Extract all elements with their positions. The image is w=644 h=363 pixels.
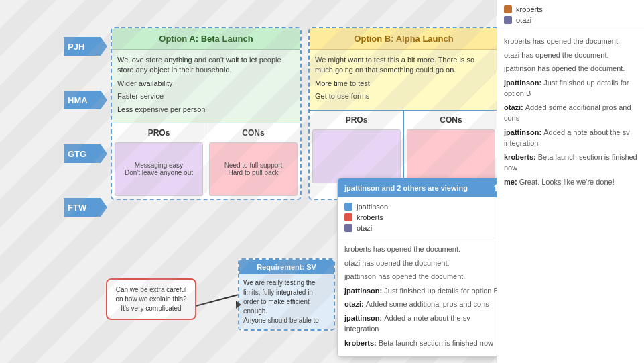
viewer-chat-sender: jpattinson: bbox=[344, 287, 384, 295]
viewer-chat-message: jpattinson has opened the document. bbox=[344, 271, 497, 282]
option-b-cons-body bbox=[407, 129, 495, 183]
viewer-chat-sender: otazi: bbox=[344, 300, 366, 308]
option-a-cons-body: Need to full support Hard to pull back bbox=[209, 142, 298, 196]
viewer-chat-sender: kroberts: bbox=[344, 339, 379, 347]
arrow-pjh: PJH bbox=[64, 37, 107, 56]
option-b-box: Option B: Alpha Launch We might want to … bbox=[308, 27, 497, 200]
right-sidebar: krobertsotazi kroberts has opened the do… bbox=[497, 0, 644, 363]
viewer-user-dot bbox=[344, 213, 352, 221]
viewer-chat-sender: jpattinson: bbox=[344, 314, 384, 322]
requirement-body: We are really testing the limits, fully … bbox=[239, 274, 334, 329]
option-b-pros: PROs bbox=[310, 111, 404, 186]
chat-message: jpattinson: Added a note about the sv in… bbox=[504, 127, 637, 149]
option-b-body: We might want to test this a bit more. T… bbox=[310, 50, 497, 110]
requirement-header: Requirement: SV bbox=[239, 260, 334, 274]
viewer-user-dot bbox=[344, 224, 352, 232]
viewer-chat: kroberts has opened the document.otazi h… bbox=[338, 238, 497, 356]
viewer-chat-message: jpattinson: Added a note about the sv in… bbox=[344, 313, 497, 335]
option-b-pros-header: PROs bbox=[312, 113, 401, 127]
viewer-chat-message: otazi: Added some additional pros and co… bbox=[344, 299, 497, 310]
viewer-user-name: otazi bbox=[357, 224, 372, 232]
option-a-pros-header: PROs bbox=[115, 126, 203, 140]
chat-message: jpattinson has opened the document. bbox=[504, 63, 637, 74]
option-a-cons: CONs Need to full support Hard to pull b… bbox=[206, 123, 300, 199]
chat-sender: me: bbox=[504, 178, 519, 186]
viewer-chat-message: otazi has opened the document. bbox=[344, 258, 497, 269]
chat-message: kroberts: Beta launch section is finishe… bbox=[504, 152, 637, 174]
comment-balloon: Can we be extra careful on how we explai… bbox=[106, 278, 196, 320]
sidebar-chat: kroberts has opened the document.otazi h… bbox=[497, 30, 644, 363]
user-color-dot bbox=[504, 5, 512, 13]
viewer-users: jpattinsonkrobertsotazi bbox=[338, 197, 497, 238]
option-a-body: We love store anything and can't wait to… bbox=[112, 50, 300, 123]
option-b-cons-header: CONs bbox=[407, 113, 495, 127]
viewer-user-item: jpattinson bbox=[344, 201, 497, 212]
user-name-label: kroberts bbox=[516, 5, 543, 13]
option-b-header: Option B: Alpha Launch bbox=[310, 28, 497, 50]
sidebar-user-item: kroberts bbox=[504, 4, 637, 15]
user-name-label: otazi bbox=[516, 16, 531, 24]
user-color-dot bbox=[504, 16, 512, 24]
viewer-chat-message: kroberts: Beta launch section is finishe… bbox=[344, 338, 497, 349]
comment-arrow-line bbox=[196, 294, 238, 307]
option-b-cons: CONs bbox=[404, 111, 497, 186]
options-container: Option A: Beta Launch We love store anyt… bbox=[111, 27, 497, 200]
chat-sender: jpattinson: bbox=[504, 79, 543, 87]
sidebar-users: krobertsotazi bbox=[497, 0, 644, 30]
viewer-panel[interactable]: jpattinson and 2 others are viewing ⬆ jp… bbox=[337, 178, 497, 357]
option-a-pros: PROs Messaging easy Don't leave anyone o… bbox=[112, 123, 206, 199]
arrow-labels: PJH HMA GTG FTW bbox=[64, 37, 107, 217]
option-a-pros-body: Messaging easy Don't leave anyone out bbox=[115, 142, 203, 196]
viewer-panel-collapse-btn[interactable]: ⬆ bbox=[493, 183, 497, 193]
viewer-user-item: otazi bbox=[344, 223, 497, 234]
viewer-panel-header: jpattinson and 2 others are viewing ⬆ bbox=[338, 178, 497, 197]
chat-message: kroberts has opened the document. bbox=[504, 36, 637, 47]
option-a-box: Option A: Beta Launch We love store anyt… bbox=[111, 27, 302, 200]
requirement-box: Requirement: SV We are really testing th… bbox=[238, 258, 335, 331]
chat-message: otazi has opened the document. bbox=[504, 50, 637, 61]
sidebar-user-item: otazi bbox=[504, 15, 637, 25]
viewer-chat-message: jpattinson: Just finished up details for… bbox=[344, 285, 497, 297]
option-a-pros-cons: PROs Messaging easy Don't leave anyone o… bbox=[112, 123, 300, 199]
arrow-hma: HMA bbox=[64, 91, 107, 109]
chat-message: me: Great. Looks like we're done! bbox=[504, 176, 637, 188]
viewer-user-item: kroberts bbox=[344, 212, 497, 223]
viewer-user-dot bbox=[344, 203, 352, 211]
viewer-user-name: kroberts bbox=[357, 213, 383, 221]
arrow-ftw: FTW bbox=[64, 198, 107, 217]
option-b-pros-cons: PROs CONs bbox=[310, 110, 497, 186]
viewer-user-name: jpattinson bbox=[357, 203, 388, 211]
chat-message: otazi: Added some additional pros and co… bbox=[504, 102, 637, 124]
chat-sender: jpattinson: bbox=[504, 128, 543, 136]
arrow-gtg: GTG bbox=[64, 144, 107, 163]
option-a-cons-header: CONs bbox=[209, 126, 298, 140]
chat-message: jpattinson: Just finished up details for… bbox=[504, 77, 637, 99]
viewer-panel-title: jpattinson and 2 others are viewing bbox=[344, 184, 468, 192]
option-a-header: Option A: Beta Launch bbox=[112, 28, 300, 50]
chat-sender: kroberts: bbox=[504, 153, 538, 161]
chat-sender: otazi: bbox=[504, 103, 525, 111]
comment-arrow-tip bbox=[236, 301, 241, 309]
main-canvas: PJH HMA GTG FTW Option A: Beta Launch We… bbox=[0, 0, 497, 363]
option-b-pros-body bbox=[312, 129, 401, 183]
viewer-chat-message: kroberts has opened the document. bbox=[344, 244, 497, 255]
